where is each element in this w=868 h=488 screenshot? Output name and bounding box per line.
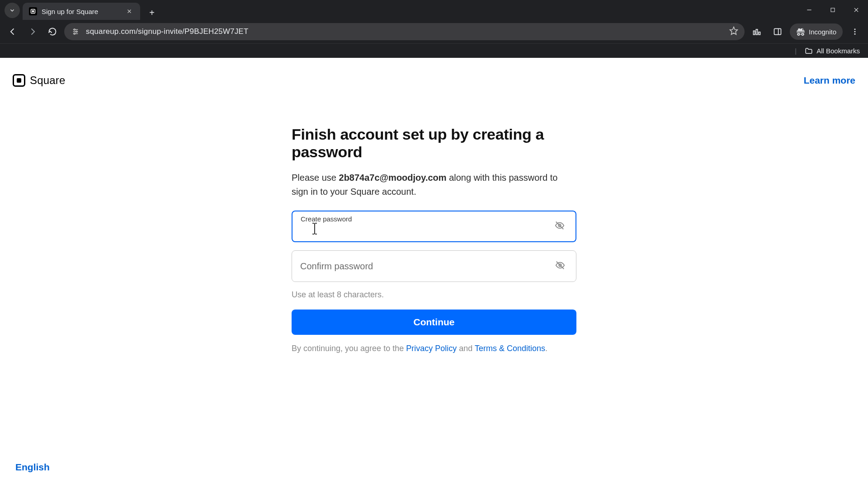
form-subtitle: Please use 2b874a7c@moodjoy.com along wi… [292,171,576,199]
all-bookmarks-label: All Bookmarks [816,47,860,55]
toggle-confirm-visibility-button[interactable] [552,258,568,275]
svg-point-21 [802,33,803,35]
page-content: Square Learn more Finish account set up … [0,58,868,488]
media-control-button[interactable] [748,23,765,40]
form-title: Finish account set up by creating a pass… [292,126,576,161]
square-favicon [29,7,37,15]
browser-toolbar: squareup.com/signup-invite/P9BJEH25W7JET… [0,20,868,43]
toggle-password-visibility-button[interactable] [552,218,567,235]
new-tab-button[interactable]: + [145,5,159,20]
svg-rect-5 [831,8,835,12]
address-bar[interactable]: squareup.com/signup-invite/P9BJEH25W7JET [64,23,745,40]
bookmarks-separator: | [795,47,797,55]
brand[interactable]: Square [13,74,66,87]
svg-point-25 [854,33,856,35]
window-minimize-button[interactable] [797,0,821,20]
chevron-down-icon [9,7,15,14]
legal-pre: By continuing, you agree to the [292,344,406,353]
forward-button[interactable] [24,23,41,40]
window-controls [797,0,868,20]
svg-rect-16 [756,29,757,35]
svg-rect-15 [754,31,755,34]
svg-point-23 [854,28,856,30]
subtitle-pre: Please use [292,173,339,183]
legal-text: By continuing, you agree to the Privacy … [292,344,576,353]
incognito-icon [796,27,805,36]
svg-rect-1 [33,11,34,12]
svg-point-13 [74,33,75,34]
svg-point-20 [798,33,800,35]
legal-mid: and [457,344,475,353]
eye-off-icon [555,260,565,270]
terms-link[interactable]: Terms & Conditions [475,344,545,353]
back-button[interactable] [5,23,21,40]
window-maximize-button[interactable] [821,0,844,20]
all-bookmarks-button[interactable]: All Bookmarks [805,47,860,55]
create-password-field[interactable]: Create password [292,211,576,242]
browser-menu-button[interactable] [846,23,863,40]
confirm-password-input[interactable] [300,261,552,272]
privacy-policy-link[interactable]: Privacy Policy [406,344,457,353]
svg-point-11 [74,29,75,30]
continue-button[interactable]: Continue [292,310,576,335]
tab-search-button[interactable] [5,3,20,18]
svg-point-24 [854,31,856,33]
svg-rect-18 [774,28,781,34]
svg-rect-22 [797,31,805,32]
reload-button[interactable] [44,23,61,40]
eye-off-icon [555,221,565,230]
brand-name: Square [30,74,66,87]
signup-form: Finish account set up by creating a pass… [292,126,576,353]
page-header: Square Learn more [13,74,855,87]
incognito-label: Incognito [809,28,836,36]
star-icon [729,26,738,35]
confirm-password-field[interactable]: Confirm password [292,250,576,282]
url-text: squareup.com/signup-invite/P9BJEH25W7JET [86,27,249,36]
square-logo-icon [13,74,25,87]
svg-point-12 [76,31,77,33]
site-settings-icon[interactable] [71,27,80,37]
side-panel-button[interactable] [769,23,786,40]
svg-rect-17 [759,32,760,35]
tab-title: Sign up for Square [42,8,120,15]
create-password-input[interactable] [301,225,552,236]
browser-tab[interactable]: Sign up for Square [23,3,140,20]
incognito-indicator[interactable]: Incognito [790,23,843,40]
password-hint: Use at least 8 characters. [292,290,576,300]
learn-more-link[interactable]: Learn more [804,75,855,86]
account-email: 2b874a7c@moodjoy.com [339,173,447,183]
folder-icon [805,47,813,55]
close-icon [127,9,132,14]
svg-marker-14 [730,27,738,35]
browser-chrome: Sign up for Square + squareup.com/signup… [0,0,868,58]
bookmark-star-button[interactable] [729,26,738,37]
legal-post: . [545,344,547,353]
tab-strip: Sign up for Square + [0,0,868,20]
tab-close-button[interactable] [125,6,134,17]
window-close-button[interactable] [844,0,868,20]
language-selector[interactable]: English [15,462,50,473]
bookmarks-bar: | All Bookmarks [0,43,868,58]
